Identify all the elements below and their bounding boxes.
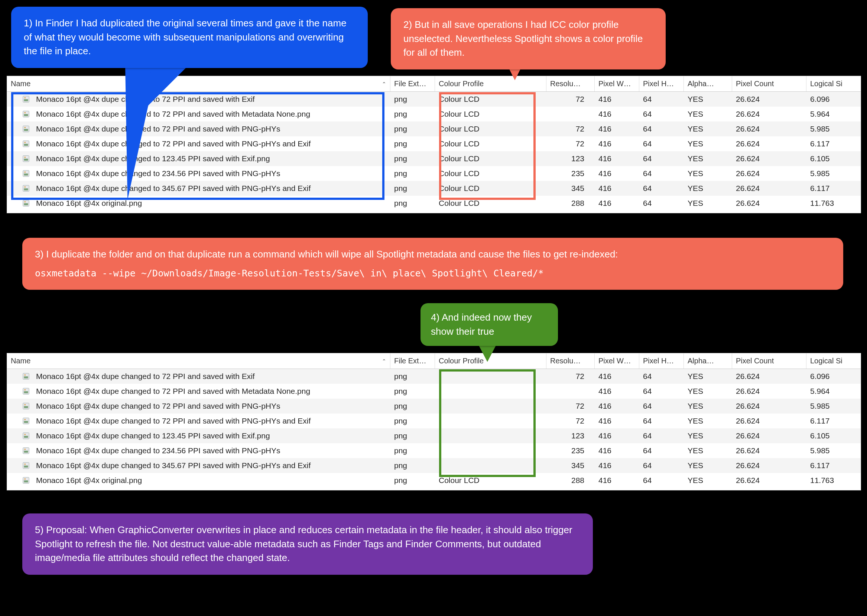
cell-resolution: 72 <box>547 402 595 410</box>
cell-resolution: 235 <box>547 169 595 178</box>
col-pixel-height[interactable]: Pixel H… <box>639 76 684 91</box>
callout-step-3-command: osxmetadata --wipe ~/Downloads/Image-Res… <box>35 267 831 280</box>
table-row[interactable]: Monaco 16pt @4x dupe changed to 72 PPI a… <box>7 413 861 428</box>
cell-pixel-count: 26.624 <box>732 95 806 104</box>
col-alpha[interactable]: Alpha… <box>684 76 732 91</box>
image-file-icon <box>21 387 31 395</box>
cell-alpha: YES <box>684 139 732 148</box>
svg-point-14 <box>24 157 26 158</box>
cell-ext: png <box>390 372 435 381</box>
image-file-icon <box>21 110 31 118</box>
cell-ext: png <box>390 416 435 426</box>
col-file-ext[interactable]: File Ext… <box>390 353 435 369</box>
cell-alpha: YES <box>684 476 732 485</box>
cell-logical-size: 5.985 <box>806 446 858 455</box>
cell-pixel-width: 416 <box>595 416 639 426</box>
file-name: Monaco 16pt @4x dupe changed to 72 PPI a… <box>36 110 310 118</box>
svg-point-29 <box>24 390 26 391</box>
cell-pixel-height: 64 <box>639 476 684 485</box>
file-name: Monaco 16pt @4x original.png <box>36 199 142 208</box>
col-alpha[interactable]: Alpha… <box>684 353 732 369</box>
image-file-icon <box>21 170 31 178</box>
svg-point-32 <box>24 404 26 406</box>
cell-pixel-height: 64 <box>639 387 684 396</box>
col-file-ext[interactable]: File Ext… <box>390 76 435 91</box>
speech-tail-icon <box>479 345 496 362</box>
image-file-icon <box>21 199 31 207</box>
file-name: Monaco 16pt @4x dupe changed to 234.56 P… <box>36 169 280 178</box>
file-name: Monaco 16pt @4x dupe changed to 123.45 P… <box>36 154 270 163</box>
col-pixel-count[interactable]: Pixel Count <box>732 76 806 91</box>
col-resolution[interactable]: Resolu… <box>547 353 595 369</box>
cell-alpha: YES <box>684 184 732 193</box>
cell-colour-profile: Colour LCD <box>435 95 547 104</box>
cell-pixel-count: 26.624 <box>732 416 806 426</box>
finder-list-bottom: Name⌃ File Ext… Colour Profile Resolu… P… <box>7 353 861 490</box>
image-file-icon <box>21 95 31 103</box>
image-file-icon <box>21 154 31 163</box>
image-file-icon <box>21 140 31 148</box>
cell-alpha: YES <box>684 372 732 381</box>
cell-pixel-height: 64 <box>639 139 684 148</box>
cell-ext: png <box>390 124 435 134</box>
file-name: Monaco 16pt @4x dupe changed to 72 PPI a… <box>36 416 311 426</box>
cell-logical-size: 6.105 <box>806 154 858 163</box>
cell-colour-profile: Colour LCD <box>435 139 547 148</box>
col-name[interactable]: Name⌃ <box>7 76 390 91</box>
col-logical-size[interactable]: Logical Si <box>806 353 858 369</box>
cell-colour-profile: Colour LCD <box>435 199 547 208</box>
col-pixel-height[interactable]: Pixel H… <box>639 353 684 369</box>
svg-rect-34 <box>24 421 28 423</box>
cell-pixel-count: 26.624 <box>732 402 806 410</box>
cell-ext: png <box>390 402 435 410</box>
cell-ext: png <box>390 476 435 485</box>
cell-ext: png <box>390 387 435 396</box>
file-name: Monaco 16pt @4x dupe changed to 72 PPI a… <box>36 402 280 410</box>
callout-step-1: 1) In Finder I had duplicated the origin… <box>11 7 368 68</box>
col-name[interactable]: Name⌃ <box>7 353 390 369</box>
callout-step-2: 2) But in all save operations I had ICC … <box>391 8 666 69</box>
col-pixel-count[interactable]: Pixel Count <box>732 353 806 369</box>
cell-pixel-width: 416 <box>595 184 639 193</box>
cell-pixel-height: 64 <box>639 431 684 440</box>
col-colour-profile[interactable]: Colour Profile <box>435 76 547 91</box>
cell-logical-size: 6.105 <box>806 431 858 440</box>
table-row[interactable]: Monaco 16pt @4x dupe changed to 72 PPI a… <box>7 384 861 399</box>
table-row[interactable]: Monaco 16pt @4x dupe changed to 123.45 P… <box>7 428 861 443</box>
cell-pixel-height: 64 <box>639 461 684 470</box>
cell-ext: png <box>390 446 435 455</box>
col-pixel-width[interactable]: Pixel W… <box>595 353 639 369</box>
cell-ext: png <box>390 110 435 118</box>
cell-pixel-height: 64 <box>639 199 684 208</box>
svg-point-26 <box>24 374 26 376</box>
table-row[interactable]: Monaco 16pt @4x dupe changed to 72 PPI a… <box>7 399 861 413</box>
table-row[interactable]: Monaco 16pt @4x dupe changed to 345.67 P… <box>7 458 861 473</box>
cell-pixel-height: 64 <box>639 169 684 178</box>
col-pixel-width[interactable]: Pixel W… <box>595 76 639 91</box>
table-header: Name⌃ File Ext… Colour Profile Resolu… P… <box>7 353 861 369</box>
col-logical-size[interactable]: Logical Si <box>806 76 858 91</box>
cell-pixel-count: 26.624 <box>732 476 806 485</box>
cell-alpha: YES <box>684 124 732 134</box>
cell-logical-size: 5.964 <box>806 387 858 396</box>
cell-pixel-count: 26.624 <box>732 199 806 208</box>
cell-pixel-count: 26.624 <box>732 184 806 193</box>
table-row[interactable]: Monaco 16pt @4x dupe changed to 72 PPI a… <box>7 369 861 384</box>
file-name: Monaco 16pt @4x dupe changed to 234.56 P… <box>36 446 280 455</box>
image-file-icon <box>21 372 31 380</box>
callout-step-3-text: 3) I duplicate the folder and on that du… <box>35 247 831 262</box>
col-resolution[interactable]: Resolu… <box>547 76 595 91</box>
cell-resolution: 123 <box>547 154 595 163</box>
table-row[interactable]: Monaco 16pt @4x original.pngpngColour LC… <box>7 473 861 488</box>
table-row[interactable]: Monaco 16pt @4x dupe changed to 234.56 P… <box>7 443 861 458</box>
file-name: Monaco 16pt @4x dupe changed to 345.67 P… <box>36 184 311 193</box>
cell-alpha: YES <box>684 110 732 118</box>
image-file-icon <box>21 432 31 440</box>
svg-point-47 <box>24 479 26 480</box>
cell-pixel-width: 416 <box>595 169 639 178</box>
svg-rect-4 <box>24 114 28 116</box>
cell-logical-size: 5.985 <box>806 402 858 410</box>
svg-point-20 <box>24 187 26 188</box>
cell-logical-size: 6.117 <box>806 416 858 426</box>
cell-pixel-width: 416 <box>595 124 639 134</box>
